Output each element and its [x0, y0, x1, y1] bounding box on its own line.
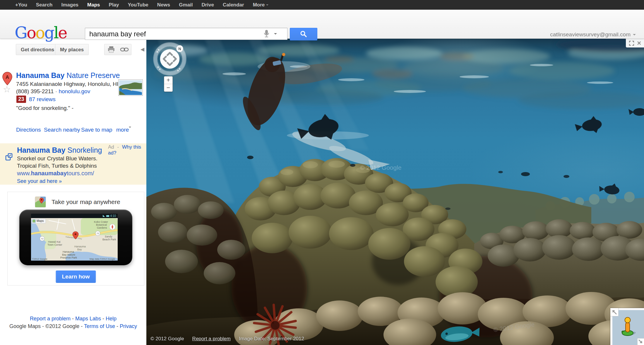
chevron-down-icon — [266, 4, 268, 6]
search-options-chevron-icon[interactable] — [274, 33, 277, 35]
nav-calendar[interactable]: Calendar — [223, 2, 244, 8]
compass-north-badge[interactable]: N — [177, 45, 183, 52]
header: Google catlinseaviewsurvey@gmail.com — [0, 10, 644, 39]
nav-plus-you[interactable]: +You — [15, 2, 27, 8]
nav-play[interactable]: Play — [109, 2, 119, 8]
ad-title-link[interactable]: Hanauma Bay Snorkeling — [17, 146, 102, 154]
copyright-text: © 2012 Google — [150, 336, 184, 342]
action-directions[interactable]: Directions — [16, 127, 41, 133]
mobile-promo-card: Take your map anywhere 4:10 — [7, 192, 144, 285]
result-quote: "Good for snorkeling." - — [16, 105, 73, 111]
printer-icon — [107, 46, 115, 53]
map-pin-a[interactable]: A — [2, 72, 13, 86]
action-save-to-map[interactable]: Save to map — [81, 127, 112, 133]
svg-text:Maps: Maps — [37, 219, 44, 222]
svg-text:Botanical: Botanical — [96, 223, 107, 226]
nav-news[interactable]: News — [157, 2, 170, 8]
share-link-button[interactable] — [118, 44, 131, 55]
nav-more[interactable]: More — [253, 2, 269, 8]
link-icon — [120, 47, 129, 52]
maps-labs-link[interactable]: Maps Labs — [75, 316, 101, 322]
account-email: catlinseaviewsurvey@gmail.com — [550, 31, 631, 38]
bay-photo — [119, 80, 142, 95]
search-button[interactable] — [290, 28, 317, 40]
svg-text:72: 72 — [41, 237, 44, 240]
overview-minimap[interactable] — [610, 308, 644, 345]
svg-text:Koko Crater: Koko Crater — [94, 220, 108, 223]
chevron-down-icon — [633, 34, 636, 35]
promo-title: Take your map anywhere — [52, 198, 120, 205]
ad-line2: Tropical Fish, Turtles & Dolphins — [17, 163, 97, 169]
terms-of-use-link[interactable]: Terms of Use — [84, 323, 115, 329]
svg-text:Sandy: Sandy — [105, 235, 112, 238]
action-more[interactable]: more — [116, 127, 129, 133]
rating-badge: 23 — [16, 96, 26, 103]
svg-text:©2012 Google: ©2012 Google — [32, 258, 47, 260]
svg-text:Bay: Bay — [77, 248, 82, 251]
nav-search[interactable]: Search — [36, 2, 53, 8]
google-apps-bar: +You Search Images Maps Play YouTube New… — [0, 0, 644, 10]
view-controls-panel: × — [626, 39, 644, 47]
google-logo[interactable]: Google — [15, 23, 67, 42]
action-search-nearby[interactable]: Search nearby — [44, 127, 80, 133]
results-panel: Get directions My places ◀ A ☆ Hanauma B… — [0, 39, 146, 345]
privacy-link[interactable]: Privacy — [120, 323, 137, 329]
ad-tag-row: Ad - Why this ad? — [108, 144, 146, 156]
svg-text:Preserve Park: Preserve Park — [60, 256, 77, 259]
svg-text:N: N — [178, 47, 181, 51]
ad-line1: Snorkel our Crystal Blue Waters. — [17, 155, 97, 162]
account-menu[interactable]: catlinseaviewsurvey@gmail.com — [550, 31, 636, 38]
my-places-button[interactable]: My places — [55, 44, 89, 55]
signal-icon — [103, 215, 105, 217]
result-address: 7455 Kalanianaole Highway, Honolulu, HI — [16, 81, 118, 87]
pegman[interactable] — [621, 317, 636, 337]
zoom-control: + − — [164, 76, 173, 92]
learn-how-button[interactable]: Learn how — [56, 271, 96, 283]
see-your-ad-here-link[interactable]: See your ad here » — [17, 178, 62, 184]
close-icon[interactable]: × — [637, 39, 641, 47]
chevron-down-icon — [129, 127, 131, 128]
svg-text:Hawaii Kai: Hawaii Kai — [48, 240, 61, 243]
ad-url-link[interactable]: www.hanaumabaytours.com/ — [17, 170, 94, 177]
svg-text:Gardens: Gardens — [97, 226, 107, 229]
phone-statusbar: 4:10 — [31, 214, 118, 218]
minimap-resize-handle[interactable] — [637, 338, 644, 345]
fullscreen-icon[interactable] — [629, 40, 634, 46]
arrow-up-left-icon — [611, 309, 618, 315]
nav-maps[interactable]: Maps — [87, 2, 100, 8]
get-directions-button[interactable]: Get directions — [16, 44, 59, 55]
star-save-icon[interactable]: ☆ — [3, 84, 11, 94]
svg-text:72: 72 — [97, 232, 99, 235]
zoom-out-button[interactable]: − — [164, 84, 172, 91]
print-button[interactable] — [104, 44, 118, 55]
collapse-panel-arrow-icon[interactable]: ◀ — [141, 46, 144, 52]
phone-clock: 4:10 — [110, 214, 116, 217]
arrow-down-right-icon — [638, 339, 643, 344]
external-link-icon — [5, 153, 13, 161]
nav-gmail[interactable]: Gmail — [179, 2, 193, 8]
help-link[interactable]: Help — [106, 316, 117, 322]
result-website-link[interactable]: honolulu.gov — [59, 88, 90, 94]
sidebar-footer-copyright: Google Maps - ©2012 Google - Terms of Us… — [0, 323, 146, 329]
phone-screen: 4:10 72 72 — [31, 214, 118, 261]
nav-youtube[interactable]: YouTube — [128, 2, 148, 8]
underwater-photo-scene — [146, 39, 644, 345]
result-title[interactable]: Hanauma Bay Nature Preserve — [16, 71, 120, 80]
zoom-in-button[interactable]: + — [164, 77, 172, 84]
microphone-icon[interactable] — [263, 29, 269, 39]
search-input[interactable] — [85, 28, 287, 40]
photo-watermark: © 2012 Google — [360, 164, 402, 171]
minimap-expand-button[interactable] — [610, 308, 619, 316]
pan-control-wheel[interactable]: N — [151, 40, 188, 77]
svg-text:Beach Park: Beach Park — [102, 238, 116, 241]
result-photo-thumbnail[interactable] — [118, 79, 143, 96]
street-view-panorama[interactable]: N + − × © 2012 Google © 2012 Google © 20… — [146, 39, 644, 345]
reviews-link[interactable]: 87 reviews — [29, 96, 56, 103]
sidebar-footer-links: Report a problem - Maps Labs - Help — [0, 316, 146, 322]
nav-drive[interactable]: Drive — [201, 2, 214, 8]
result-phone-row: (808) 395-2211 · honolulu.gov — [16, 88, 90, 95]
nav-images[interactable]: Images — [61, 2, 78, 8]
svg-text:Map data ©2012 Google: Map data ©2012 Google — [90, 258, 115, 260]
report-a-problem-link[interactable]: Report a problem — [192, 336, 231, 342]
report-a-problem-link[interactable]: Report a problem — [30, 316, 71, 322]
